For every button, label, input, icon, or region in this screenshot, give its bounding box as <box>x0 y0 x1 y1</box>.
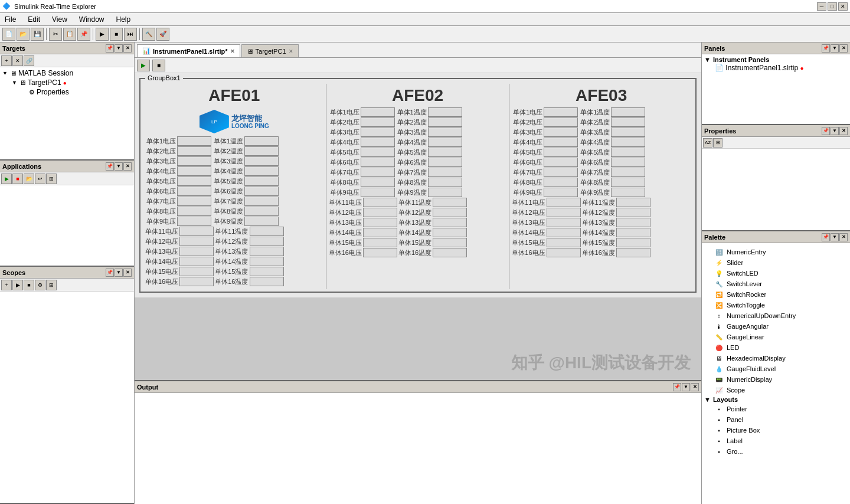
palette-item-numericentry[interactable]: 🔢NumericEntry <box>703 247 849 257</box>
props-group-button[interactable]: ⊞ <box>713 138 722 148</box>
app-unload-button[interactable]: ↩ <box>35 174 45 184</box>
temp-input[interactable] <box>616 218 650 227</box>
temp-input[interactable] <box>428 158 462 167</box>
temp-input[interactable] <box>611 117 645 127</box>
targets-close-button[interactable]: ✕ <box>123 44 132 53</box>
targets-pin-button[interactable]: 📌 <box>106 44 114 53</box>
voltage-input[interactable] <box>544 117 578 127</box>
voltage-input[interactable] <box>179 257 214 266</box>
voltage-input[interactable] <box>547 208 581 217</box>
palette-item-led[interactable]: 🔴LED <box>703 342 849 353</box>
deploy-button[interactable]: 🚀 <box>156 28 169 41</box>
temp-input[interactable] <box>428 178 462 187</box>
temp-input[interactable] <box>616 238 650 247</box>
scope-add-button[interactable]: + <box>1 280 12 290</box>
temp-input[interactable] <box>244 156 279 166</box>
new-button[interactable]: 📄 <box>2 28 15 41</box>
scopes-close-button[interactable]: ✕ <box>123 269 132 277</box>
voltage-input[interactable] <box>177 136 211 146</box>
voltage-input[interactable] <box>361 117 395 127</box>
palette-item-slider[interactable]: ⚡Slider <box>703 257 849 268</box>
temp-input[interactable] <box>616 198 650 207</box>
voltage-input[interactable] <box>547 248 581 257</box>
targets-header-btns[interactable]: 📌 ▼ ✕ <box>106 44 132 53</box>
apps-close-button[interactable]: ✕ <box>123 162 132 171</box>
voltage-input[interactable] <box>363 238 397 247</box>
output-close-button[interactable]: ✕ <box>691 383 699 391</box>
palette-pin-button[interactable]: 📌 <box>822 233 830 241</box>
temp-input[interactable] <box>433 248 467 257</box>
voltage-input[interactable] <box>177 186 211 196</box>
instrument-content[interactable]: GroupBox1 AFE01 LP 龙坪智能 LOONG <box>135 73 701 380</box>
temp-input[interactable] <box>250 237 284 246</box>
voltage-input[interactable] <box>179 227 214 236</box>
layout-item-label[interactable]: ▪Label <box>703 436 849 446</box>
temp-input[interactable] <box>433 208 467 217</box>
palette-item-switchlever[interactable]: 🔧SwitchLever <box>703 279 849 289</box>
palette-close-button[interactable]: ✕ <box>839 233 848 241</box>
temp-input[interactable] <box>250 257 284 266</box>
properties-item[interactable]: ⚙ Properties <box>20 87 133 97</box>
voltage-input[interactable] <box>363 218 397 227</box>
output-pin-button[interactable]: 📌 <box>673 383 681 391</box>
matlab-session-item[interactable]: ▼ 🖥 MATLAB Session <box>1 68 133 78</box>
temp-input[interactable] <box>611 178 645 187</box>
panels-menu-button[interactable]: ▼ <box>831 44 839 53</box>
temp-input[interactable] <box>616 248 650 257</box>
voltage-input[interactable] <box>361 178 395 187</box>
layouts-section-header[interactable]: ▼ Layouts <box>703 395 849 404</box>
scope-grid-button[interactable]: ⊞ <box>46 280 57 290</box>
voltage-input[interactable] <box>361 148 395 157</box>
applications-header-btns[interactable]: 📌 ▼ ✕ <box>106 162 132 171</box>
palette-menu-button[interactable]: ▼ <box>831 233 839 241</box>
voltage-input[interactable] <box>544 168 578 177</box>
scope-config-button[interactable]: ⚙ <box>35 280 45 290</box>
temp-input[interactable] <box>244 217 279 226</box>
temp-input[interactable] <box>433 198 467 207</box>
voltage-input[interactable] <box>547 218 581 227</box>
temp-input[interactable] <box>428 168 462 177</box>
open-button[interactable]: 📂 <box>17 28 30 41</box>
temp-input[interactable] <box>611 158 645 167</box>
voltage-input[interactable] <box>177 207 211 216</box>
temp-input[interactable] <box>244 166 279 176</box>
app-grid-button[interactable]: ⊞ <box>46 174 57 184</box>
apps-menu-button[interactable]: ▼ <box>115 162 123 171</box>
temp-input[interactable] <box>244 197 279 206</box>
cut-button[interactable]: ✂ <box>49 28 62 41</box>
palette-header-btns[interactable]: 📌 ▼ ✕ <box>822 233 848 241</box>
voltage-input[interactable] <box>179 267 214 276</box>
panels-close-button[interactable]: ✕ <box>839 44 848 53</box>
voltage-input[interactable] <box>179 247 214 256</box>
temp-input[interactable] <box>611 168 645 177</box>
layout-item-picturebox[interactable]: ▪Picture Box <box>703 425 849 436</box>
voltage-input[interactable] <box>177 176 211 186</box>
instrument-panels-header[interactable]: ▼ Instrument Panels <box>703 55 849 64</box>
step-button[interactable]: ⏭ <box>124 28 137 41</box>
apps-pin-button[interactable]: 📌 <box>106 162 114 171</box>
temp-input[interactable] <box>611 138 645 147</box>
temp-input[interactable] <box>611 188 645 197</box>
temp-input[interactable] <box>428 107 462 117</box>
panels-pin-button[interactable]: 📌 <box>822 44 830 53</box>
paste-button[interactable]: 📌 <box>77 28 90 41</box>
tab-target-close[interactable]: ✕ <box>289 48 293 54</box>
title-bar-right[interactable]: ─ □ ✕ <box>817 2 848 11</box>
temp-input[interactable] <box>244 176 279 186</box>
palette-item-numericalupdownentry[interactable]: ↕NumericalUpDownEntry <box>703 310 849 321</box>
app-load-button[interactable]: 📂 <box>24 174 34 184</box>
voltage-input[interactable] <box>547 228 581 237</box>
copy-button[interactable]: 📋 <box>63 28 76 41</box>
voltage-input[interactable] <box>179 277 214 286</box>
temp-input[interactable] <box>428 138 462 147</box>
targets-add-button[interactable]: + <box>1 55 12 66</box>
temp-input[interactable] <box>250 267 284 276</box>
menu-edit[interactable]: Edit <box>25 14 42 25</box>
close-button[interactable]: ✕ <box>838 2 848 11</box>
targets-menu-button[interactable]: ▼ <box>115 44 123 53</box>
temp-input[interactable] <box>611 127 645 137</box>
voltage-input[interactable] <box>361 127 395 137</box>
voltage-input[interactable] <box>363 208 397 217</box>
voltage-input[interactable] <box>544 148 578 157</box>
temp-input[interactable] <box>611 107 645 117</box>
